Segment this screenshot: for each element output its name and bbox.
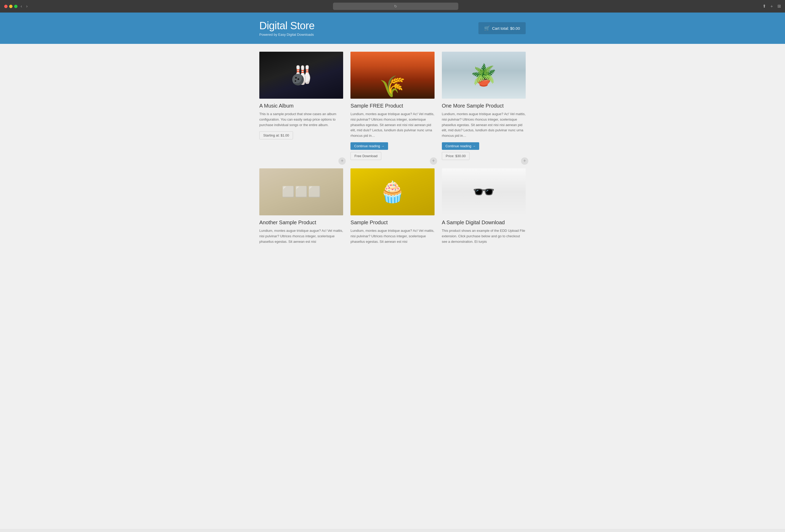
- product-actions: Continue reading → Free Download: [351, 142, 434, 160]
- product-image-sunglasses: [442, 168, 526, 215]
- main-content: A Music Album This is a sample product t…: [254, 44, 531, 258]
- browser-toolbar: ‹ › ↻ ⬆ ＋ ⊞: [4, 3, 781, 12]
- product-card: Sample FREE Product Lundium, montes augu…: [351, 52, 434, 162]
- product-excerpt: Lundium, montes augue tristique augue? A…: [351, 111, 434, 139]
- product-info: Another Sample Product Lundium, montes a…: [259, 215, 343, 250]
- product-title: A Music Album: [259, 103, 343, 109]
- add-product-button[interactable]: +: [430, 157, 437, 165]
- page-wrapper: Digital Store Powered by Easy Digital Do…: [0, 12, 785, 529]
- fullscreen-button[interactable]: [14, 5, 18, 8]
- toolbar-right: ⬆ ＋ ⊞: [763, 4, 781, 9]
- product-card: A Sample Digital Download This product s…: [442, 168, 526, 250]
- free-download-button[interactable]: Free Download: [351, 152, 381, 160]
- grid-icon[interactable]: ⊞: [778, 4, 781, 9]
- price-label: Price: $30.00: [442, 152, 470, 160]
- product-title: A Sample Digital Download: [442, 219, 526, 225]
- cart-icon: 🛒: [484, 25, 490, 31]
- continue-reading-button[interactable]: Continue reading →: [442, 142, 479, 150]
- product-excerpt: Lundium, montes augue tristique augue? A…: [351, 228, 434, 244]
- product-excerpt: Lundium, montes augue tristique augue? A…: [442, 111, 526, 139]
- address-bar[interactable]: ↻: [333, 3, 458, 10]
- product-info: One More Sample Product Lundium, montes …: [442, 99, 526, 162]
- product-image-cylinders: [259, 168, 343, 215]
- refresh-icon: ↻: [394, 4, 397, 8]
- site-header: Digital Store Powered by Easy Digital Do…: [0, 12, 785, 44]
- product-actions: Starting at: $1.00: [259, 131, 343, 139]
- product-actions: Continue reading → Price: $30.00: [442, 142, 526, 160]
- cart-button[interactable]: 🛒 Cart total: $0.00: [478, 22, 526, 34]
- starting-price-label: Starting at: $1.00: [259, 131, 293, 139]
- back-button[interactable]: ‹: [20, 3, 23, 9]
- add-product-button[interactable]: +: [521, 157, 528, 165]
- share-icon[interactable]: ⬆: [763, 4, 766, 9]
- product-excerpt: Lundium, montes augue tristique augue? A…: [259, 228, 343, 244]
- product-info: Sample Product Lundium, montes augue tri…: [351, 215, 434, 250]
- product-info: A Music Album This is a sample product t…: [259, 99, 343, 141]
- add-product-button[interactable]: +: [338, 157, 346, 165]
- cart-total: Cart total: $0.00: [492, 26, 520, 30]
- product-card: One More Sample Product Lundium, montes …: [442, 52, 526, 162]
- product-image-sunset: [351, 52, 434, 99]
- product-card: A Music Album This is a sample product t…: [259, 52, 343, 162]
- product-excerpt: This product shows an example of the EDD…: [442, 228, 526, 244]
- site-branding: Digital Store Powered by Easy Digital Do…: [259, 20, 314, 36]
- product-image-plant: [442, 52, 526, 99]
- traffic-lights: [4, 5, 18, 8]
- site-subtitle: Powered by Easy Digital Downloads: [259, 33, 314, 36]
- product-excerpt: This is a sample product that show cases…: [259, 111, 343, 128]
- product-card: Another Sample Product Lundium, montes a…: [259, 168, 343, 250]
- browser-chrome: ‹ › ↻ ⬆ ＋ ⊞: [0, 0, 785, 12]
- product-card: Sample Product Lundium, montes augue tri…: [351, 168, 434, 250]
- minimize-button[interactable]: [9, 5, 12, 8]
- browser-controls: ‹ ›: [20, 3, 29, 9]
- new-tab-icon[interactable]: ＋: [769, 4, 774, 9]
- product-image-bowling: [259, 52, 343, 99]
- product-info: A Sample Digital Download This product s…: [442, 215, 526, 250]
- product-title: Sample Product: [351, 219, 434, 225]
- close-button[interactable]: [4, 5, 7, 8]
- product-title: Sample FREE Product: [351, 103, 434, 109]
- product-title: One More Sample Product: [442, 103, 526, 109]
- forward-button[interactable]: ›: [25, 3, 28, 9]
- product-info: Sample FREE Product Lundium, montes augu…: [351, 99, 434, 162]
- product-image-cupcake: [351, 168, 434, 215]
- products-grid: A Music Album This is a sample product t…: [259, 52, 526, 250]
- site-title: Digital Store: [259, 20, 314, 32]
- product-title: Another Sample Product: [259, 219, 343, 225]
- continue-reading-button[interactable]: Continue reading →: [351, 142, 388, 150]
- site-header-inner: Digital Store Powered by Easy Digital Do…: [254, 12, 531, 44]
